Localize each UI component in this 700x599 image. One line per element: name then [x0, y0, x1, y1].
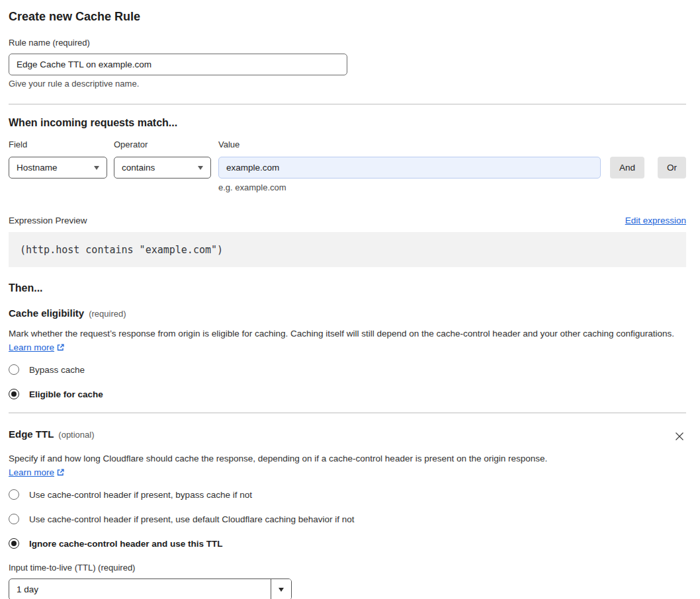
radio-use-header-bypass[interactable]: Use cache-control header if present, byp… [9, 489, 252, 500]
expression-preview-label: Expression Preview [9, 216, 87, 225]
field-label: Field [9, 140, 107, 150]
divider [9, 413, 686, 413]
cache-eligibility-qualifier: (required) [89, 309, 126, 319]
external-link-icon [56, 343, 65, 352]
chevron-down-icon [198, 166, 203, 170]
or-button[interactable]: Or [658, 157, 686, 179]
edge-ttl-description: Specify if and how long Cloudflare shoul… [9, 452, 563, 479]
value-column: Value e.g. example.com [218, 140, 601, 193]
page-title: Create new Cache Rule [9, 9, 686, 24]
ttl-label: Input time-to-live (TTL) (required) [9, 563, 686, 573]
rule-name-label: Rule name (required) [9, 38, 686, 48]
cache-eligibility-heading: Cache eligibility [9, 307, 84, 319]
ttl-select[interactable]: 1 day [9, 579, 292, 599]
ttl-group: Input time-to-live (TTL) (required) 1 da… [9, 563, 686, 599]
divider [9, 104, 686, 104]
cache-eligibility-description: Mark whether the request’s response from… [9, 327, 678, 354]
radio-bypass-cache[interactable]: Bypass cache [9, 364, 85, 375]
match-row: Field Hostname Operator contains Value e… [9, 140, 686, 193]
edit-expression-link[interactable]: Edit expression [625, 216, 686, 225]
create-cache-rule-form: Create new Cache Rule Rule name (require… [9, 9, 686, 599]
radio-use-header-default[interactable]: Use cache-control header if present, use… [9, 514, 355, 524]
dropdown-arrow-button[interactable] [271, 579, 291, 599]
edge-ttl-heading-row: Edge TTL (optional) [9, 428, 686, 445]
rule-name-input[interactable] [9, 54, 347, 75]
match-heading: When incoming requests match... [9, 116, 686, 129]
operator-label: Operator [114, 140, 211, 150]
learn-more-link[interactable]: Learn more [9, 467, 54, 477]
cache-eligibility-heading-row: Cache eligibility (required) [9, 307, 686, 319]
radio-selected-icon [9, 389, 19, 399]
operator-select-value: contains [122, 163, 155, 173]
chevron-down-icon [279, 588, 284, 592]
expression-preview-header: Expression Preview Edit expression [9, 216, 686, 225]
radio-icon [9, 514, 19, 524]
external-link-icon [56, 468, 65, 477]
radio-ignore-header-use-ttl[interactable]: Ignore cache-control header and use this… [9, 538, 223, 549]
close-icon[interactable] [673, 430, 686, 445]
value-input[interactable] [218, 157, 601, 179]
learn-more-link[interactable]: Learn more [9, 342, 54, 352]
field-column: Field Hostname [9, 140, 107, 179]
value-label: Value [218, 140, 601, 150]
value-help: e.g. example.com [218, 182, 601, 193]
expression-code: (http.host contains "example.com") [20, 244, 223, 256]
then-heading: Then... [9, 282, 686, 294]
ttl-select-value: 1 day [9, 579, 271, 599]
chevron-down-icon [94, 166, 99, 170]
rule-name-group: Rule name (required) Give your rule a de… [9, 38, 686, 89]
expression-preview-box: (http.host contains "example.com") [9, 232, 686, 267]
edge-ttl-qualifier: (optional) [58, 430, 94, 440]
radio-selected-icon [9, 538, 19, 549]
edge-ttl-heading: Edge TTL [9, 428, 54, 440]
radio-eligible-for-cache[interactable]: Eligible for cache [9, 389, 103, 399]
radio-icon [9, 364, 19, 375]
field-select-value: Hostname [17, 163, 58, 173]
operator-select[interactable]: contains [114, 157, 211, 179]
radio-icon [9, 489, 19, 500]
operator-column: Operator contains [114, 140, 211, 179]
field-select[interactable]: Hostname [9, 157, 107, 179]
rule-name-help: Give your rule a descriptive name. [9, 79, 686, 89]
and-button[interactable]: And [610, 157, 644, 179]
